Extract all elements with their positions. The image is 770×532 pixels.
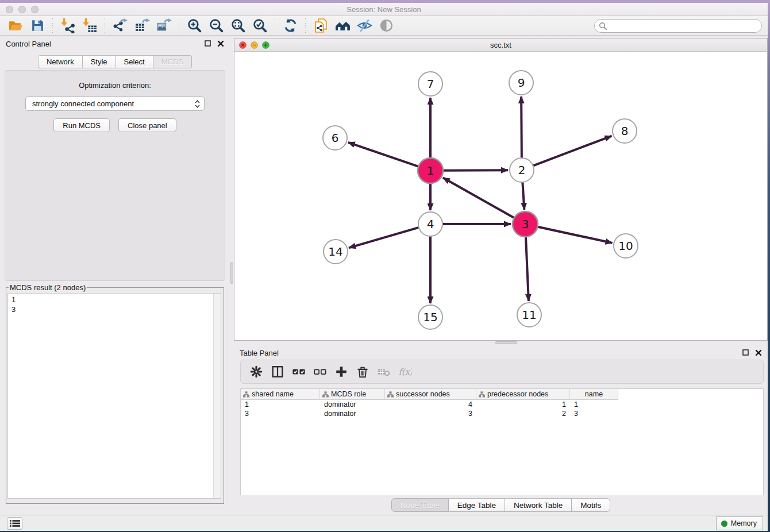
zoom-fit-button[interactable] bbox=[227, 17, 249, 34]
table-cell[interactable]: 1 bbox=[476, 400, 570, 409]
tab-motifs[interactable]: Motifs bbox=[572, 498, 610, 512]
network-graph[interactable]: 7968124314101511 bbox=[234, 52, 767, 340]
graph-node-9[interactable]: 9 bbox=[509, 71, 533, 95]
column-header-shared-name[interactable]: shared name bbox=[241, 389, 320, 400]
tab-node-table[interactable]: Node Table bbox=[391, 498, 449, 512]
tab-mcds[interactable]: MCDS bbox=[153, 55, 192, 68]
graph-node-10[interactable]: 10 bbox=[614, 234, 638, 258]
memory-button[interactable]: Memory bbox=[716, 516, 763, 530]
table-toolbar: f(x) bbox=[240, 360, 764, 384]
edge-2-3[interactable] bbox=[522, 182, 524, 210]
column-header-successor-nodes[interactable]: successor nodes bbox=[385, 389, 476, 400]
zoom-in-button[interactable] bbox=[183, 17, 205, 34]
svg-text:10: 10 bbox=[618, 239, 633, 253]
hide-panels-button[interactable] bbox=[353, 17, 375, 34]
show-columns-button[interactable] bbox=[267, 363, 288, 381]
graph-node-11[interactable]: 11 bbox=[517, 303, 541, 327]
table-cell[interactable]: 3 bbox=[241, 409, 320, 418]
network-window-title: scc.txt bbox=[234, 41, 767, 49]
node-table: shared nameMCDS rolesuccessor nodesprede… bbox=[240, 388, 764, 495]
save-session-button[interactable] bbox=[26, 17, 48, 34]
table-cell[interactable]: 3 bbox=[570, 409, 618, 418]
column-header-name[interactable]: name bbox=[570, 389, 618, 400]
edge-4-14[interactable] bbox=[349, 228, 419, 248]
graphics-details-button[interactable] bbox=[375, 17, 397, 34]
table-cell[interactable]: 1 bbox=[570, 400, 618, 409]
vertical-split-divider[interactable] bbox=[230, 36, 234, 515]
zoom-out-button[interactable] bbox=[205, 17, 227, 34]
svg-text:4: 4 bbox=[427, 217, 434, 231]
edge-3-11[interactable] bbox=[526, 236, 529, 301]
tab-network-table[interactable]: Network Table bbox=[505, 498, 572, 512]
table-cell[interactable]: 1 bbox=[241, 400, 320, 409]
import-network-button[interactable] bbox=[57, 17, 79, 34]
network-canvas[interactable]: 7968124314101511 bbox=[234, 52, 767, 340]
tab-network[interactable]: Network bbox=[38, 55, 83, 68]
table-cell[interactable]: 4 bbox=[385, 400, 476, 409]
task-history-button[interactable] bbox=[7, 517, 22, 530]
import-table-button[interactable] bbox=[79, 17, 101, 34]
status-bar: Memory bbox=[0, 515, 768, 531]
clone-network-button[interactable] bbox=[310, 17, 332, 34]
export-image-button[interactable] bbox=[153, 17, 175, 34]
table-cell[interactable]: dominator bbox=[320, 409, 385, 418]
open-session-button[interactable] bbox=[5, 17, 26, 34]
table-row[interactable]: 3dominator323 bbox=[241, 409, 763, 418]
zoom-selected-button[interactable] bbox=[249, 17, 271, 34]
network-overview-button[interactable] bbox=[332, 17, 353, 34]
toolbar-separator bbox=[179, 18, 179, 33]
table-row[interactable]: 1dominator411 bbox=[241, 400, 763, 409]
edge-2-9[interactable] bbox=[521, 97, 522, 159]
delete-table-button bbox=[373, 363, 394, 381]
graph-node-14[interactable]: 14 bbox=[324, 240, 348, 264]
control-panel-float-icon[interactable] bbox=[205, 40, 211, 47]
vertical-split-grip[interactable] bbox=[230, 262, 233, 284]
search-icon bbox=[599, 22, 607, 30]
table-panel-float-icon[interactable] bbox=[742, 349, 749, 356]
graph-node-7[interactable]: 7 bbox=[418, 72, 442, 96]
graph-node-1[interactable]: 1 bbox=[418, 158, 443, 183]
table-cell[interactable]: dominator bbox=[320, 400, 385, 409]
close-panel-button[interactable]: Close panel bbox=[118, 118, 176, 132]
graph-node-4[interactable]: 4 bbox=[418, 212, 442, 236]
table-settings-button[interactable] bbox=[245, 363, 267, 381]
criterion-select[interactable]: strongly connected component bbox=[25, 97, 205, 111]
graph-node-6[interactable]: 6 bbox=[323, 126, 347, 150]
column-header-MCDS-role[interactable]: MCDS role bbox=[320, 389, 385, 400]
edge-3-10[interactable] bbox=[537, 226, 613, 242]
search-input[interactable] bbox=[594, 19, 762, 33]
svg-text:f(x): f(x) bbox=[398, 367, 411, 376]
export-network-button[interactable] bbox=[109, 17, 131, 34]
graph-node-8[interactable]: 8 bbox=[613, 119, 637, 143]
apply-layout-button[interactable] bbox=[279, 17, 301, 34]
table-panel-header: Table Panel bbox=[234, 345, 768, 361]
mcds-result-scrollbar[interactable] bbox=[213, 294, 221, 498]
edge-2-8[interactable] bbox=[533, 136, 612, 166]
horizontal-split-divider[interactable] bbox=[234, 341, 768, 345]
edge-1-2[interactable] bbox=[442, 170, 508, 171]
run-mcds-button[interactable]: Run MCDS bbox=[53, 118, 110, 132]
delete-column-button[interactable] bbox=[352, 363, 373, 381]
select-all-columns-button[interactable] bbox=[288, 363, 309, 381]
mcds-result-box[interactable]: 1 3 bbox=[7, 293, 221, 499]
edge-3-1[interactable] bbox=[443, 178, 515, 218]
control-panel-close-icon[interactable] bbox=[217, 40, 224, 47]
graph-node-15[interactable]: 15 bbox=[418, 305, 442, 329]
graph-node-3[interactable]: 3 bbox=[513, 211, 538, 237]
column-header-predecessor-nodes[interactable]: predecessor nodes bbox=[476, 389, 570, 400]
tab-edge-table[interactable]: Edge Table bbox=[449, 498, 505, 512]
export-table-button[interactable] bbox=[131, 17, 153, 34]
tab-style[interactable]: Style bbox=[83, 55, 116, 68]
svg-text:3: 3 bbox=[522, 217, 529, 231]
table-cell[interactable]: 2 bbox=[476, 409, 570, 418]
horizontal-split-grip[interactable] bbox=[495, 341, 517, 344]
edge-1-6[interactable] bbox=[348, 142, 419, 167]
toolbar-separator bbox=[105, 18, 105, 33]
tab-select[interactable]: Select bbox=[116, 55, 153, 68]
table-cell[interactable]: 3 bbox=[385, 409, 476, 418]
table-panel-close-icon[interactable] bbox=[755, 349, 762, 356]
unselect-all-columns-button[interactable] bbox=[309, 363, 330, 381]
graph-node-2[interactable]: 2 bbox=[510, 158, 534, 182]
create-column-button[interactable] bbox=[330, 363, 352, 381]
svg-text:14: 14 bbox=[328, 245, 342, 259]
